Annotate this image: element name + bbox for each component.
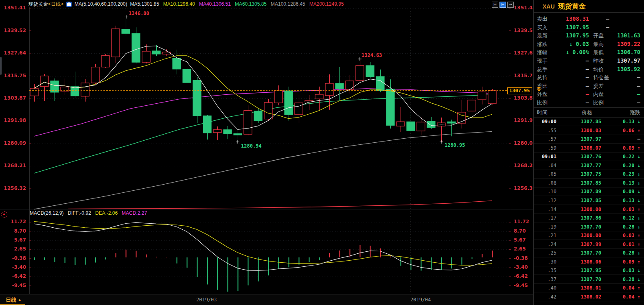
tick-row[interactable]: .571307.97— [534,135,644,144]
tick-time: .25 [534,249,556,257]
trading-terminal: 现货黄金<日线> MA(5,10,40,60,100,200) MA5:1301… [0,0,644,305]
quote-label2: 均价 [593,65,604,74]
crosshair-tool-icon[interactable] [1,211,7,218]
tick-row[interactable]: .211308.000.03 ↑ [534,231,644,240]
down-arrow-icon: ↓ [637,171,640,177]
tick-row[interactable]: .191307.700.28 ↓ [534,223,644,231]
down-arrow-icon: ↓ [637,119,640,124]
quote-label2: 委差 [593,82,604,90]
candlestick-macd-chart[interactable] [0,0,533,305]
tick-price: 1307.76 [580,152,601,161]
quote-value: – [550,90,589,98]
tick-row[interactable]: .301308.060.09 ↑ [534,258,644,266]
bottom-bar: 日线 ▲ 2019/03 2019/04 [0,294,533,305]
quote-row-委比: 委比—委差— [534,82,644,90]
shift-right-icon[interactable]: ⇥ [507,2,514,8]
quote-value: 1307.95 [550,31,589,40]
quote-value2: — [595,15,620,23]
quote-value: — [550,65,589,74]
tick-price: 1308.06 [580,258,601,266]
quote-value2: 1305.92 [611,65,640,74]
down-arrow-icon: ↓ [637,163,640,168]
macd-header: MACD(26,12,9) DIFF:-0.92 DEA:-2.06 MACD:… [30,210,147,216]
kline-icon [66,2,72,7]
ma-value-ma40: MA40:1306.51 [199,1,231,7]
tick-row[interactable]: .121307.850.13 ↓ [534,196,644,205]
macd-diff-value: DIFF:-0.92 [68,210,91,216]
scale-left-icon[interactable]: ⊢ [492,2,498,8]
tick-row[interactable]: 09:001307.850.13 ↓ [534,118,644,126]
tick-row[interactable]: .351307.950.03 ↓ [534,266,644,275]
left-axis-label: 1351.41 [2,5,26,11]
tick-row[interactable]: .141308.000.03 ↑ [534,205,644,214]
extreme-price-label: 1280.94 [241,143,262,149]
col-price: 价格 [582,108,592,117]
quote-value: ↓ 0.00% [550,48,589,57]
tick-price: 1308.07 [580,144,601,152]
date-label-march: 2019/03 [196,297,217,303]
tick-time: 09:00 [534,118,556,126]
quote-label2: 昨收 [593,57,604,65]
quote-value2: — [611,82,640,90]
quote-label2: 开盘 [593,31,604,40]
quote-value: — [550,57,589,65]
chart-toolbar: ⊢⊨⇥ [492,2,514,8]
period-tag: <日线> [48,1,64,7]
tick-row[interactable]: .551308.030.06 ↑ [534,126,644,135]
down-arrow-icon: ↓ [637,180,640,186]
tick-time: .40 [534,284,556,292]
left-axis-label: 1315.75 [2,73,26,78]
tick-row[interactable]: .101307.890.09 ↓ [534,187,644,196]
extreme-price-label: 1346.80 [129,11,149,16]
quote-value: — [550,98,589,107]
last-price-tag: 1307.95 [507,87,532,94]
quote-label: 买入 [537,23,548,32]
tick-row[interactable]: 09:011307.760.22 ↓ [534,152,644,161]
quote-label2: 最低 [593,48,604,57]
quote-row-总持: 总持—持仓差— [534,73,644,82]
tick-row[interactable]: .591308.070.09 ↑ [534,144,644,152]
up-arrow-icon: ↑ [637,285,640,291]
tick-row[interactable]: .371307.700.28 ↓ [534,275,644,284]
quote-value: — [550,73,589,82]
tick-row[interactable]: .081307.850.13 ↓ [534,179,644,187]
up-arrow-icon: ↑ [637,259,640,265]
tick-price: 1308.00 [580,231,601,240]
tick-price: 1307.70 [580,275,601,284]
tick-row[interactable]: .241307.990.01 ↑ [534,240,644,249]
instrument-name: 现货黄金 [28,1,48,7]
ma-values: MA5:1301.85MA10:1296.40MA40:1306.51MA60:… [130,1,344,7]
quote-value: ↓ 0.03 [550,40,589,48]
chart-area: 现货黄金<日线> MA(5,10,40,60,100,200) MA5:1301… [0,0,533,305]
left-axis-label: 2.65 [2,246,26,252]
tick-time: .10 [534,187,556,196]
instrument-title: 现货黄金<日线> [28,1,64,8]
tick-row[interactable]: .051307.750.23 ↓ [534,170,644,179]
tick-time: .24 [534,240,556,249]
tick-time: .30 [534,258,556,266]
quote-value2: 1306.70 [611,48,640,57]
extreme-price-label: 1324.63 [361,52,382,58]
macd-formula-label: MACD(26,12,9) [30,210,64,216]
quote-panel: XAU 现货黄金 卖出1308.31—买入1307.95—最新1307.95开盘… [533,0,644,305]
tick-row[interactable]: .251307.700.28 ↓ [534,249,644,257]
tick-price: 1307.70 [580,223,601,231]
macd-dea-value: DEA:-2.06 [95,210,118,216]
tick-row[interactable]: .421308.020.04 ↑ [534,293,644,301]
scale-right-icon[interactable]: ⊨ [499,2,506,8]
up-arrow-icon: ↑ [637,242,640,247]
ma-value-ma200: MA200:1249.95 [309,1,344,7]
left-scrollbar-thumb[interactable] [0,57,2,75]
period-selector[interactable]: 日线 ▲ [6,296,22,304]
left-axis-label: -0.38 [2,255,26,261]
tick-row[interactable]: .171307.860.12 ↓ [534,214,644,222]
tick-price: 1307.77 [580,161,601,170]
tick-row[interactable]: .401308.010.04 ↑ [534,284,644,292]
quote-value2: – [611,90,640,98]
quote-label: 最新 [537,31,548,40]
quote-row-涨跌: 涨跌↓ 0.03最高1309.22 [534,40,644,48]
tick-row[interactable]: .041307.770.20 ↓ [534,161,644,170]
tick-time: .35 [534,266,556,275]
chevron-up-icon: ▲ [18,298,22,302]
tick-time: .04 [534,161,556,170]
